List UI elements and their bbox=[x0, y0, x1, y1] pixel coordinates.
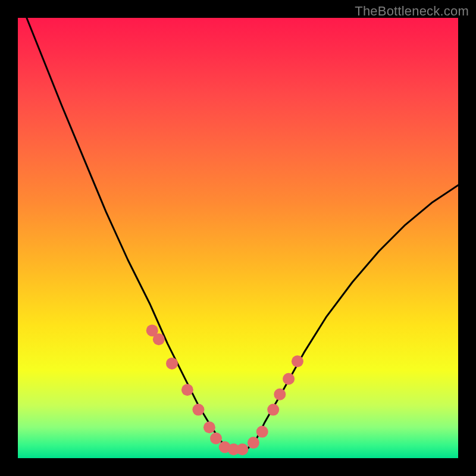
curve-polyline bbox=[27, 18, 458, 452]
chart-marker bbox=[203, 421, 215, 433]
watermark-text: TheBottleneck.com bbox=[355, 4, 469, 19]
chart-marker bbox=[267, 404, 279, 416]
chart-marker bbox=[248, 437, 259, 449]
bottleneck-curve bbox=[27, 18, 458, 452]
chart-svg bbox=[18, 18, 458, 458]
chart-frame: TheBottleneck.com bbox=[0, 0, 476, 476]
chart-marker bbox=[181, 384, 193, 396]
chart-marker bbox=[292, 355, 303, 367]
chart-marker bbox=[236, 443, 248, 455]
chart-plot-area bbox=[18, 18, 458, 458]
chart-marker bbox=[283, 373, 295, 385]
chart-marker bbox=[192, 404, 204, 416]
chart-marker bbox=[166, 358, 178, 369]
chart-markers bbox=[146, 324, 303, 455]
chart-marker bbox=[153, 333, 165, 345]
chart-marker bbox=[210, 433, 222, 444]
chart-marker bbox=[256, 426, 268, 438]
chart-marker bbox=[274, 389, 286, 400]
